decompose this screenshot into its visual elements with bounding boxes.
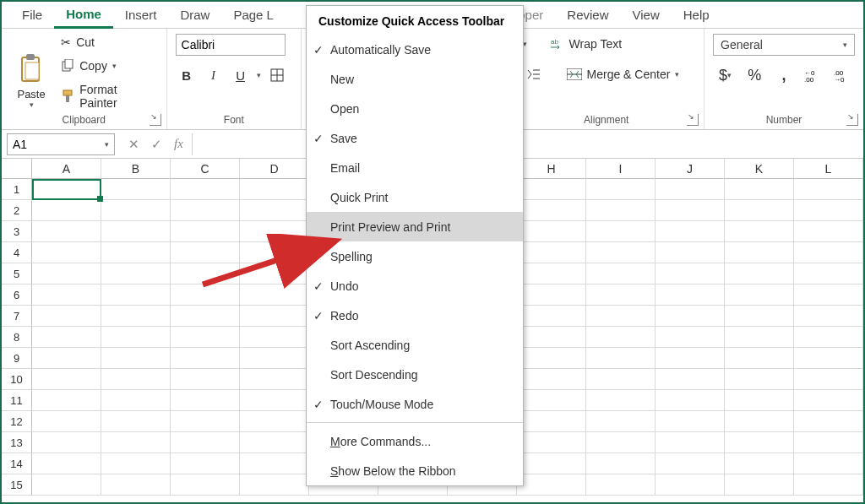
- cell[interactable]: [32, 453, 101, 474]
- cell[interactable]: [32, 221, 101, 242]
- cell[interactable]: [101, 242, 171, 263]
- percent-button[interactable]: %: [743, 64, 767, 86]
- cell[interactable]: [240, 453, 309, 474]
- cell[interactable]: [517, 285, 586, 306]
- cell[interactable]: [101, 411, 171, 432]
- cell[interactable]: [240, 263, 309, 285]
- cell[interactable]: [794, 200, 863, 221]
- column-header[interactable]: J: [656, 159, 725, 179]
- cell[interactable]: [517, 242, 586, 263]
- cell[interactable]: [171, 285, 240, 306]
- tab-help[interactable]: Help: [672, 3, 721, 27]
- menu-item-spelling[interactable]: Spelling: [307, 241, 523, 271]
- cell[interactable]: [725, 390, 794, 411]
- row-header[interactable]: 6: [2, 285, 32, 306]
- cell[interactable]: [725, 411, 794, 432]
- cell[interactable]: [517, 453, 586, 474]
- cell[interactable]: [794, 179, 863, 200]
- cell[interactable]: [101, 432, 171, 453]
- cell[interactable]: [171, 242, 240, 263]
- row-header[interactable]: 10: [2, 369, 32, 390]
- dialog-launcher-number[interactable]: [846, 114, 858, 126]
- column-header[interactable]: I: [586, 159, 656, 179]
- column-header[interactable]: H: [517, 159, 586, 179]
- cell[interactable]: [586, 263, 656, 285]
- cell[interactable]: [32, 179, 101, 200]
- tab-review[interactable]: Review: [555, 3, 620, 27]
- cell[interactable]: [171, 348, 240, 369]
- cell[interactable]: [240, 390, 309, 411]
- cell[interactable]: [101, 390, 171, 411]
- cell[interactable]: [517, 348, 586, 369]
- row-header[interactable]: 13: [2, 432, 32, 453]
- cell[interactable]: [794, 327, 863, 348]
- cell[interactable]: [32, 327, 101, 348]
- cell[interactable]: [32, 432, 101, 453]
- cell[interactable]: [725, 242, 794, 263]
- cancel-icon[interactable]: ✕: [128, 137, 139, 152]
- cell[interactable]: [240, 348, 309, 369]
- cell[interactable]: [171, 411, 240, 432]
- cell[interactable]: [517, 390, 586, 411]
- cell[interactable]: [794, 348, 863, 369]
- cell[interactable]: [586, 453, 656, 474]
- cell[interactable]: [101, 453, 171, 474]
- cell[interactable]: [101, 263, 171, 285]
- menu-item-open[interactable]: Open: [307, 94, 523, 123]
- row-header[interactable]: 2: [2, 200, 32, 221]
- name-box[interactable]: A1▾: [7, 133, 115, 155]
- cell[interactable]: [656, 453, 725, 474]
- column-header[interactable]: L: [794, 159, 863, 179]
- cell[interactable]: [517, 369, 586, 390]
- cell[interactable]: [171, 179, 240, 200]
- menu-item-print-preview-and-print[interactable]: Print Preview and Print: [307, 212, 523, 241]
- cell[interactable]: [656, 306, 725, 327]
- cell[interactable]: [171, 390, 240, 411]
- bold-button[interactable]: B: [176, 64, 198, 86]
- cell[interactable]: [101, 369, 171, 390]
- cell[interactable]: [794, 306, 863, 327]
- cell[interactable]: [586, 221, 656, 242]
- cell[interactable]: [240, 285, 309, 306]
- cell[interactable]: [725, 285, 794, 306]
- cell[interactable]: [586, 179, 656, 200]
- cell[interactable]: [32, 242, 101, 263]
- decrease-decimal-button[interactable]: .00→0: [830, 64, 855, 86]
- cell[interactable]: [240, 179, 309, 200]
- column-header[interactable]: C: [171, 159, 240, 179]
- cell[interactable]: [656, 390, 725, 411]
- cell[interactable]: [240, 474, 309, 496]
- cell[interactable]: [517, 179, 586, 200]
- tab-view[interactable]: View: [620, 3, 671, 27]
- cell[interactable]: [794, 369, 863, 390]
- cell[interactable]: [586, 242, 656, 263]
- cell[interactable]: [101, 327, 171, 348]
- cell[interactable]: [656, 411, 725, 432]
- cell[interactable]: [517, 263, 586, 285]
- menu-item-redo[interactable]: ✓Redo: [307, 301, 523, 330]
- cell[interactable]: [517, 200, 586, 221]
- cell[interactable]: [656, 242, 725, 263]
- cell[interactable]: [240, 221, 309, 242]
- cell[interactable]: [517, 306, 586, 327]
- paste-button[interactable]: Paste ▾: [10, 36, 52, 109]
- cell[interactable]: [32, 390, 101, 411]
- cell[interactable]: [101, 474, 171, 496]
- tab-draw[interactable]: Draw: [168, 3, 221, 27]
- menu-more-commands[interactable]: More Commands...: [307, 426, 523, 456]
- cell[interactable]: [101, 285, 171, 306]
- row-header[interactable]: 1: [2, 179, 32, 200]
- menu-item-automatically-save[interactable]: ✓Automatically Save: [307, 35, 523, 64]
- cell[interactable]: [240, 432, 309, 453]
- cell[interactable]: [725, 432, 794, 453]
- cell[interactable]: [240, 306, 309, 327]
- fx-icon[interactable]: fx: [174, 137, 183, 152]
- select-all-corner[interactable]: [2, 159, 32, 179]
- cell[interactable]: [101, 179, 171, 200]
- cell[interactable]: [101, 200, 171, 221]
- format-painter-button[interactable]: Format Painter: [57, 81, 157, 111]
- dialog-launcher-alignment[interactable]: [687, 114, 699, 126]
- cell[interactable]: [794, 474, 863, 496]
- tab-file[interactable]: File: [10, 3, 54, 27]
- enter-icon[interactable]: ✓: [151, 137, 162, 152]
